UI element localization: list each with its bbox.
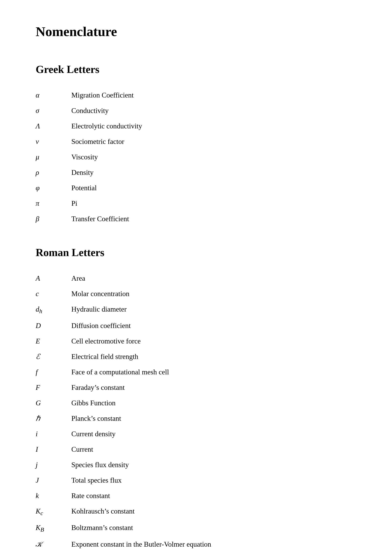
greek-row-0: α Migration Coefficient [36,87,356,103]
roman-row-2: dh Hydraulic diameter [36,301,356,318]
roman-row-8: G Gibbs Function [36,395,356,411]
roman-symbol-17: 𝒦 [36,536,71,550]
greek-symbol-3: ν [36,134,71,149]
roman-symbol-4: E [36,333,71,349]
roman-row-17: 𝒦 Exponent constant in the Butler-Volmer… [36,536,356,550]
roman-symbol-0: A [36,271,71,286]
greek-desc-6: Potential [71,180,356,196]
roman-symbol-1: c [36,286,71,301]
roman-row-1: c Molar concentration [36,286,356,301]
roman-desc-2: Hydraulic diameter [71,301,356,318]
roman-row-6: f Face of a computational mesh cell [36,364,356,380]
roman-symbol-13: J [36,473,71,488]
roman-desc-11: Current [71,442,356,457]
greek-desc-4: Viscosity [71,149,356,165]
greek-letters-heading: Greek Letters [36,63,356,76]
greek-letters-table: α Migration Coefficient σ Conductivity Λ… [36,87,356,227]
roman-row-4: E Cell electromotive force [36,333,356,349]
roman-row-12: j Species flux density [36,457,356,473]
greek-row-6: φ Potential [36,180,356,196]
greek-section: Greek Letters α Migration Coefficient σ … [36,63,356,227]
roman-section: Roman Letters A Area c Molar concentrati… [36,246,356,550]
roman-desc-17: Exponent constant in the Butler-Volmer e… [71,536,356,550]
greek-desc-3: Sociometric factor [71,134,356,149]
roman-desc-4: Cell electromotive force [71,333,356,349]
roman-desc-10: Current density [71,426,356,442]
roman-desc-5: Electrical field strength [71,349,356,364]
roman-row-7: F Faraday’s constant [36,380,356,395]
roman-desc-3: Diffusion coefficient [71,318,356,333]
roman-symbol-9: ℏ [36,411,71,426]
roman-desc-13: Total species flux [71,473,356,488]
roman-row-10: i Current density [36,426,356,442]
roman-row-0: A Area [36,271,356,286]
roman-row-5: ℰ Electrical field strength [36,349,356,364]
roman-desc-12: Species flux density [71,457,356,473]
roman-row-16: KB Boltzmann’s constant [36,520,356,536]
roman-desc-0: Area [71,271,356,286]
greek-row-4: μ Viscosity [36,149,356,165]
roman-row-15: Kc Kohlrausch’s constant [36,503,356,520]
roman-symbol-14: k [36,488,71,503]
greek-desc-2: Electrolytic conductivity [71,118,356,134]
greek-row-7: π Pi [36,196,356,211]
greek-symbol-5: ρ [36,165,71,180]
roman-symbol-3: D [36,318,71,333]
page-title: Nomenclature [36,24,356,39]
roman-desc-9: Planck’s constant [71,411,356,426]
roman-symbol-11: I [36,442,71,457]
roman-symbol-6: f [36,364,71,380]
greek-symbol-7: π [36,196,71,211]
roman-desc-7: Faraday’s constant [71,380,356,395]
roman-desc-15: Kohlrausch’s constant [71,503,356,520]
roman-desc-1: Molar concentration [71,286,356,301]
greek-desc-0: Migration Coefficient [71,87,356,103]
roman-desc-8: Gibbs Function [71,395,356,411]
greek-symbol-8: β [36,211,71,227]
greek-symbol-0: α [36,87,71,103]
roman-letters-table: A Area c Molar concentration dh Hydrauli… [36,271,356,550]
roman-symbol-15: Kc [36,503,71,520]
roman-symbol-10: i [36,426,71,442]
roman-symbol-16: KB [36,520,71,536]
roman-symbol-8: G [36,395,71,411]
roman-symbol-2: dh [36,301,71,318]
greek-row-2: Λ Electrolytic conductivity [36,118,356,134]
greek-symbol-6: φ [36,180,71,196]
roman-row-9: ℏ Planck’s constant [36,411,356,426]
greek-symbol-2: Λ [36,118,71,134]
roman-desc-6: Face of a computational mesh cell [71,364,356,380]
greek-desc-1: Conductivity [71,103,356,118]
roman-row-11: I Current [36,442,356,457]
greek-desc-8: Transfer Coefficient [71,211,356,227]
greek-symbol-1: σ [36,103,71,118]
greek-symbol-4: μ [36,149,71,165]
roman-row-3: D Diffusion coefficient [36,318,356,333]
roman-symbol-12: j [36,457,71,473]
roman-row-14: k Rate constant [36,488,356,503]
greek-row-8: β Transfer Coefficient [36,211,356,227]
roman-row-13: J Total species flux [36,473,356,488]
roman-letters-heading: Roman Letters [36,246,356,259]
greek-desc-7: Pi [71,196,356,211]
roman-symbol-5: ℰ [36,349,71,364]
greek-row-3: ν Sociometric factor [36,134,356,149]
greek-row-5: ρ Density [36,165,356,180]
roman-desc-16: Boltzmann’s constant [71,520,356,536]
roman-desc-14: Rate constant [71,488,356,503]
roman-symbol-7: F [36,380,71,395]
greek-desc-5: Density [71,165,356,180]
greek-row-1: σ Conductivity [36,103,356,118]
